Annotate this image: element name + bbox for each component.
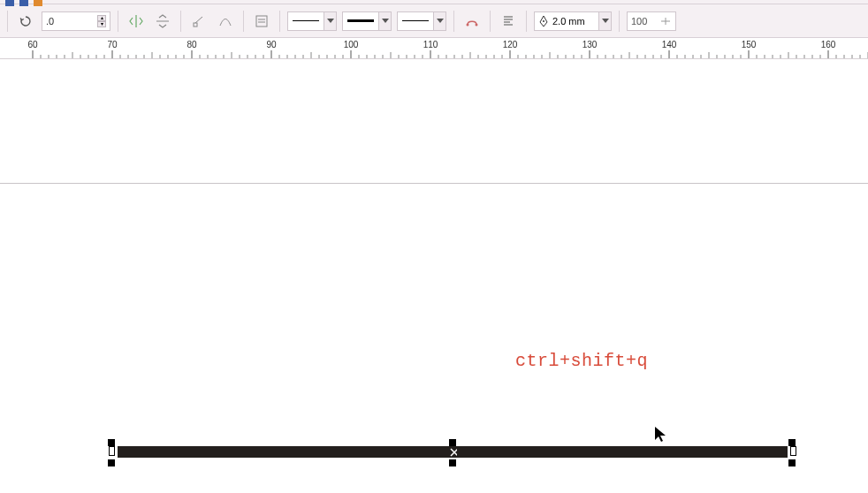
selection-handle-middle-right[interactable] <box>791 447 796 455</box>
color-swatch-icon <box>19 0 28 6</box>
dropdown-icon[interactable] <box>433 12 445 30</box>
close-curve-icon <box>465 14 479 28</box>
selection-handle-top-right[interactable] <box>788 439 796 446</box>
wrap-text-button[interactable] <box>251 11 272 32</box>
ruler-label: 80 <box>187 40 197 49</box>
separator <box>453 11 454 32</box>
curve-icon <box>218 14 232 28</box>
outline-width-input[interactable] <box>552 16 595 27</box>
close-curve-button[interactable] <box>461 11 483 32</box>
selection-handle-middle-left[interactable] <box>110 447 114 455</box>
rotation-spin-up[interactable]: ▴ <box>97 15 106 21</box>
paragraph-icon <box>501 14 515 28</box>
dropdown-icon[interactable] <box>324 12 336 30</box>
line-preview-icon <box>347 19 374 22</box>
ruler-label: 130 <box>582 40 598 49</box>
ruler-label: 110 <box>423 40 438 49</box>
mirror-vertical-icon <box>156 14 170 28</box>
svg-point-3 <box>476 23 478 26</box>
ruler-label: 90 <box>266 40 277 49</box>
text-wrap-button[interactable] <box>498 11 519 32</box>
opacity-input[interactable]: 100 <box>627 11 676 31</box>
canvas[interactable]: ctrl+shift+q <box>0 59 868 493</box>
selection-handle-bottom-left[interactable] <box>108 459 115 466</box>
cursor-icon <box>654 426 666 445</box>
separator <box>619 11 620 32</box>
property-bar: .0 ▴ ▾ <box>0 4 868 38</box>
mirror-vertical-button[interactable] <box>152 11 173 32</box>
opacity-slider-icon <box>659 15 672 27</box>
dropdown-icon[interactable] <box>598 12 611 30</box>
node-icon <box>192 14 206 28</box>
rotation-input[interactable]: .0 ▴ ▾ <box>42 11 110 31</box>
line-preview-icon <box>293 20 319 21</box>
ruler-label: 70 <box>107 40 118 49</box>
color-swatch-icon <box>5 0 14 6</box>
color-swatch-icon <box>34 0 42 6</box>
opacity-value: 100 <box>631 16 656 27</box>
ruler-label: 160 <box>821 40 836 49</box>
node-edit-button[interactable] <box>188 11 209 32</box>
rotation-value: .0 <box>46 16 94 27</box>
page-boundary <box>0 183 868 184</box>
ruler-label: 120 <box>503 40 518 49</box>
svg-point-4 <box>543 20 544 22</box>
svg-rect-0 <box>194 23 197 27</box>
separator <box>7 11 8 32</box>
end-arrowhead-selector[interactable] <box>397 11 446 31</box>
selection-handle-top-middle[interactable] <box>449 439 456 446</box>
line-style-selector[interactable] <box>342 11 392 31</box>
wrap-icon <box>255 14 269 28</box>
shortcut-annotation: ctrl+shift+q <box>515 351 648 371</box>
ruler-label: 150 <box>742 40 757 49</box>
separator <box>279 11 280 32</box>
separator <box>118 11 118 32</box>
selection-handle-top-left[interactable] <box>108 439 115 446</box>
ruler-label: 100 <box>344 40 359 49</box>
curve-edit-button[interactable] <box>215 11 236 32</box>
line-preview-icon <box>402 20 429 21</box>
separator <box>243 11 244 32</box>
outline-width-selector[interactable] <box>534 11 612 31</box>
selection-handle-bottom-right[interactable] <box>788 459 796 466</box>
rotate-ccw-icon <box>19 14 33 28</box>
separator <box>180 11 181 32</box>
horizontal-ruler[interactable]: 60708090100110120130140150160 <box>0 38 868 59</box>
svg-point-2 <box>467 23 469 26</box>
separator <box>526 11 527 32</box>
separator <box>490 11 491 32</box>
start-arrowhead-selector[interactable] <box>287 11 337 31</box>
pen-nib-icon <box>538 15 549 27</box>
selection-handle-bottom-middle[interactable] <box>449 459 456 466</box>
ruler-label: 140 <box>662 40 677 49</box>
rotation-spin-down[interactable]: ▾ <box>97 21 106 27</box>
dropdown-icon[interactable] <box>378 12 391 30</box>
mirror-horizontal-icon <box>129 14 143 28</box>
ruler-label: 60 <box>27 40 38 49</box>
svg-rect-1 <box>256 16 267 27</box>
mirror-horizontal-button[interactable] <box>126 11 147 32</box>
selection-center-icon <box>450 449 457 456</box>
rotate-ccw-button[interactable] <box>15 11 36 32</box>
